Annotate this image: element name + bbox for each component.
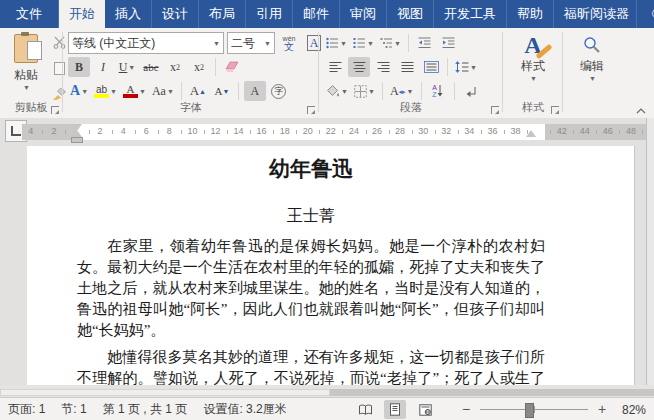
editing-button[interactable]: 编辑 ▼ <box>566 32 618 82</box>
enclose-characters-glyph: 字 <box>271 84 286 99</box>
tell-me[interactable]: 告诉我 <box>637 0 654 28</box>
hanging-indent-marker[interactable] <box>72 130 82 137</box>
font-group: 等线 (中文正文)▼ 二号▼ wén文 A B I U▼ abc x2 x2 <box>64 28 318 117</box>
justify-button[interactable] <box>396 57 418 77</box>
enclose-characters-button[interactable]: 字 <box>268 81 290 101</box>
font-size-combo[interactable]: 二号▼ <box>227 32 275 54</box>
strikethrough-button[interactable]: abc <box>140 57 162 77</box>
status-item-2[interactable]: 第 1 页 , 共 1 页 <box>103 401 188 418</box>
ribbon-tab-8[interactable]: 开发工具 <box>434 0 507 28</box>
ruler-tick <box>619 130 620 134</box>
character-shading-button[interactable]: A <box>244 81 266 101</box>
font-color-button[interactable]: A▼ <box>121 81 148 101</box>
ribbon-tab-10[interactable]: 福昕阅读器 <box>554 0 637 28</box>
distributed-button[interactable] <box>420 57 442 77</box>
tab-stop-icon <box>11 126 21 136</box>
phonetic-guide-button[interactable]: wén文 <box>278 33 300 53</box>
left-indent-marker[interactable] <box>71 137 83 143</box>
ruler-tick <box>296 130 297 134</box>
increase-indent-button[interactable] <box>438 33 460 53</box>
read-mode-button[interactable] <box>354 400 376 419</box>
font-dialog-launcher[interactable] <box>307 106 315 114</box>
ribbon-tab-2[interactable]: 设计 <box>152 0 199 28</box>
bold-button[interactable]: B <box>68 57 90 77</box>
paragraph-mark-icon <box>465 86 477 97</box>
sort-button[interactable]: AZ <box>427 81 449 101</box>
web-layout-button[interactable] <box>414 400 436 419</box>
clipboard-dialog-launcher[interactable] <box>51 106 59 114</box>
align-center-button[interactable] <box>348 57 370 77</box>
zoom-slider[interactable] <box>480 403 588 416</box>
ribbon-tab-4[interactable]: 引用 <box>246 0 293 28</box>
font-group-label: 字体 <box>64 100 318 115</box>
ruler-number-30: 30 <box>418 126 428 136</box>
show-hide-marks-button[interactable] <box>460 81 482 101</box>
subscript-button[interactable]: x2 <box>164 57 186 77</box>
italic-button[interactable]: I <box>92 57 114 77</box>
status-item-0[interactable]: 页面: 1 <box>8 401 45 418</box>
superscript-button[interactable]: x2 <box>188 57 210 77</box>
paragraph-dialog-launcher[interactable] <box>491 106 499 114</box>
collapse-ribbon-button[interactable] <box>636 108 646 114</box>
document-title[interactable]: 幼年鲁迅 <box>77 154 545 184</box>
highlight-color-button[interactable]: ab▼ <box>92 81 119 101</box>
underline-button[interactable]: U▼ <box>116 57 138 77</box>
print-layout-icon <box>389 403 401 416</box>
ribbon-tab-0[interactable]: 开始 <box>59 0 105 28</box>
styles-dropdown-arrow[interactable]: ▼ <box>508 75 559 82</box>
ribbon-tab-3[interactable]: 布局 <box>199 0 246 28</box>
horizontal-scrollbar-track[interactable] <box>330 389 654 396</box>
font-name-combo[interactable]: 等线 (中文正文)▼ <box>68 32 224 54</box>
horizontal-ruler[interactable]: 4224681012141618202224262830323436384244… <box>22 124 648 140</box>
shrink-font-button[interactable]: A▼ <box>211 81 233 101</box>
grow-font-button[interactable]: A▲ <box>187 81 209 101</box>
character-scaling-button[interactable]: A◂▸▼ <box>388 81 416 101</box>
clear-formatting-button[interactable] <box>221 57 243 77</box>
shading-button[interactable]: ▼ <box>324 81 350 101</box>
status-item-3[interactable]: 设置值: 3.2厘米 <box>203 401 286 418</box>
status-item-1[interactable]: 节: 1 <box>61 401 86 418</box>
zoom-in-button[interactable]: + <box>596 403 608 416</box>
text-effects-button[interactable]: A▼ <box>68 81 90 101</box>
ribbon-tab-6[interactable]: 审阅 <box>340 0 387 28</box>
align-left-button[interactable] <box>324 57 346 77</box>
zoom-out-button[interactable]: − <box>460 403 472 416</box>
line-spacing-button[interactable]: ▼ <box>453 57 479 77</box>
horizontal-scrollbar[interactable] <box>0 385 654 397</box>
ruler-number-14: 14 <box>234 126 244 136</box>
ribbon-tab-5[interactable]: 邮件 <box>293 0 340 28</box>
tab-file[interactable]: 文件 <box>0 0 59 28</box>
horizontal-scrollbar-thumb[interactable] <box>0 389 330 396</box>
ruler-tick <box>181 130 182 134</box>
paragraph-2[interactable]: 她懂得很多莫名其妙的道理，还有许多规矩，这一切都是孩子们所不理解的。譬如说，人死… <box>77 347 545 386</box>
ruler-number-34: 34 <box>464 126 474 136</box>
bullets-button[interactable]: ▼ <box>324 33 349 53</box>
decrease-indent-button[interactable] <box>414 33 436 53</box>
styles-button[interactable]: A 样式 ▼ <box>507 32 559 82</box>
borders-button[interactable]: ▼ <box>352 81 377 101</box>
change-case-button[interactable]: Aa▼ <box>150 81 176 101</box>
ribbon-tab-9[interactable]: 帮助 <box>507 0 554 28</box>
ribbon-tab-1[interactable]: 插入 <box>105 0 152 28</box>
align-right-button[interactable] <box>372 57 394 77</box>
paragraph-1[interactable]: 在家里，领着幼年鲁迅的是保姆长妈妈。她是一个淳朴的农村妇女。最初大约是一个生活在… <box>77 236 545 341</box>
ribbon-tab-7[interactable]: 视图 <box>387 0 434 28</box>
editing-dropdown-arrow[interactable]: ▼ <box>567 75 618 82</box>
multilevel-list-button[interactable]: ▼ <box>378 33 403 53</box>
ruler-tick <box>596 130 597 134</box>
document-text[interactable]: 幼年鲁迅 王士菁 在家里，领着幼年鲁迅的是保姆长妈妈。她是一个淳朴的农村妇女。最… <box>77 146 545 386</box>
ruler-number-22: 22 <box>326 126 336 136</box>
paste-dropdown-arrow[interactable]: ▼ <box>7 84 46 91</box>
ruler-number-8: 8 <box>167 126 172 136</box>
numbering-button[interactable]: ▼ <box>351 33 376 53</box>
styles-dialog-launcher[interactable] <box>551 106 559 114</box>
zoom-slider-thumb[interactable] <box>525 403 534 418</box>
vertical-scrollbar[interactable] <box>646 118 654 385</box>
document-author[interactable]: 王士菁 <box>77 204 545 228</box>
print-layout-button[interactable] <box>384 400 406 419</box>
paragraph-group: ▼ ▼ ▼ <box>320 28 502 117</box>
document-page[interactable]: 幼年鲁迅 王士菁 在家里，领着幼年鲁迅的是保姆长妈妈。她是一个淳朴的农村妇女。最… <box>27 146 634 386</box>
paste-button[interactable]: 粘贴 ▼ <box>6 32 46 108</box>
zoom-level[interactable]: 82% <box>616 403 646 417</box>
ribbon: 粘贴 ▼ 剪贴板 等线 (中文正文)▼ 二号▼ wén文 <box>0 28 654 119</box>
